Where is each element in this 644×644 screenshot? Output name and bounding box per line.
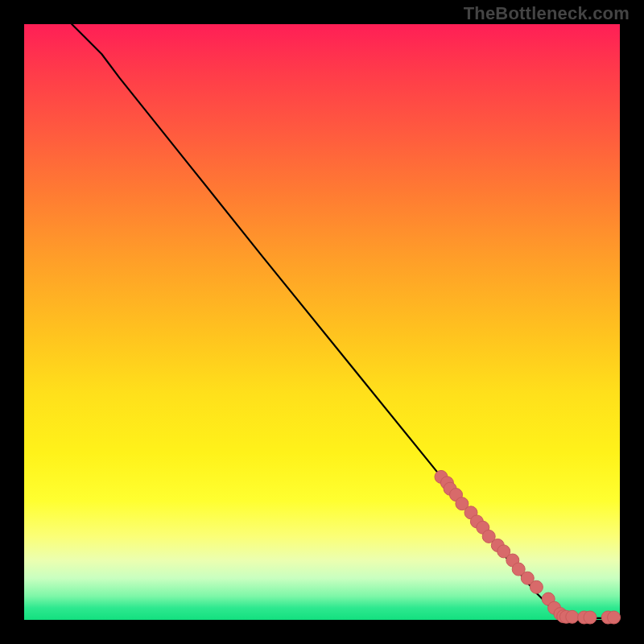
data-point	[566, 610, 579, 623]
points-svg	[24, 24, 620, 620]
data-point	[584, 611, 597, 624]
data-points-group	[435, 470, 621, 624]
data-point	[530, 580, 543, 593]
watermark-text: TheBottleneck.com	[464, 3, 630, 24]
data-point	[608, 611, 621, 624]
chart-frame: TheBottleneck.com	[0, 0, 644, 644]
